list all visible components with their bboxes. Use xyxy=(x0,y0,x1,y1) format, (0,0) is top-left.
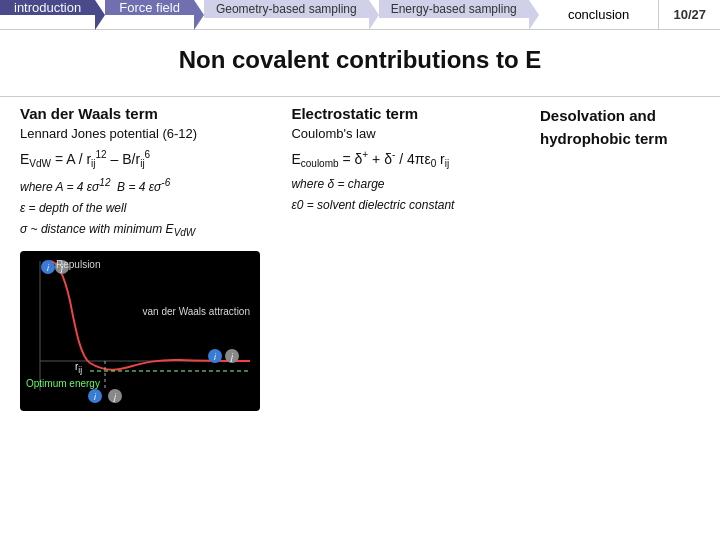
nav-item-forcefield[interactable]: Force field xyxy=(105,0,194,15)
title-divider xyxy=(0,96,720,97)
nav-arrow-energy xyxy=(529,0,539,30)
lj-graph: i j i j i j Repulsion van der Waals attr… xyxy=(20,251,260,411)
nav-item-introduction[interactable]: introduction xyxy=(0,0,95,15)
vdw-detail3: σ ~ distance with minimum EVdW xyxy=(20,220,271,240)
nav-page-number: 10/27 xyxy=(658,0,720,29)
electrostatic-column: Electrostatic term Coulomb's law Ecoulom… xyxy=(291,105,520,411)
electrostatic-formula: Ecoulomb = δ+ + δ- / 4πε0 rij xyxy=(291,149,520,169)
graph-optimum-label: Optimum energy xyxy=(26,378,100,389)
vdw-detail2: ε = depth of the well xyxy=(20,199,271,217)
vdw-heading: Van der Waals term xyxy=(20,105,271,122)
nav-arrow-forcefield xyxy=(194,0,204,30)
nav-arrow-introduction xyxy=(95,0,105,30)
nav-item-energy-wrap: Energy-based sampling xyxy=(379,0,529,29)
desolvation-column: Desolvation and hydrophobic term xyxy=(540,105,700,411)
electrostatic-subheading: Coulomb's law xyxy=(291,126,520,141)
graph-repulsion-label: Repulsion xyxy=(56,259,100,270)
vdw-detail1: where A = 4 εσ12 B = 4 εσ-6 xyxy=(20,175,271,196)
nav-item-forcefield-wrap: Force field xyxy=(105,0,194,29)
nav-arrow-geometry xyxy=(369,0,379,30)
vdw-column: Van der Waals term Lennard Jones potenti… xyxy=(20,105,271,411)
graph-rij-label: rij xyxy=(75,361,82,375)
nav-item-geometry-wrap: Geometry-based sampling xyxy=(204,0,369,29)
page-title: Non covalent contributions to E xyxy=(0,30,720,88)
desolvation-text: Desolvation and hydrophobic term xyxy=(540,105,700,150)
electrostatic-detail1: where δ = charge xyxy=(291,175,520,193)
nav-item-introduction-wrap: introduction xyxy=(0,0,95,29)
electrostatic-detail2: ε0 = solvent dielectric constant xyxy=(291,196,520,214)
graph-vdw-attraction-label: van der Waals attraction xyxy=(143,306,250,317)
nav-item-conclusion[interactable]: conclusion xyxy=(539,0,659,29)
nav-item-energy[interactable]: Energy-based sampling xyxy=(379,0,529,18)
vdw-subheading: Lennard Jones potential (6-12) xyxy=(20,126,271,141)
electrostatic-heading: Electrostatic term xyxy=(291,105,520,122)
nav-bar: introduction Force field Geometry-based … xyxy=(0,0,720,30)
content-area: Van der Waals term Lennard Jones potenti… xyxy=(0,105,720,411)
nav-item-geometry[interactable]: Geometry-based sampling xyxy=(204,0,369,18)
vdw-formula: EVdW = A / rij12 – B/rij6 xyxy=(20,149,271,169)
